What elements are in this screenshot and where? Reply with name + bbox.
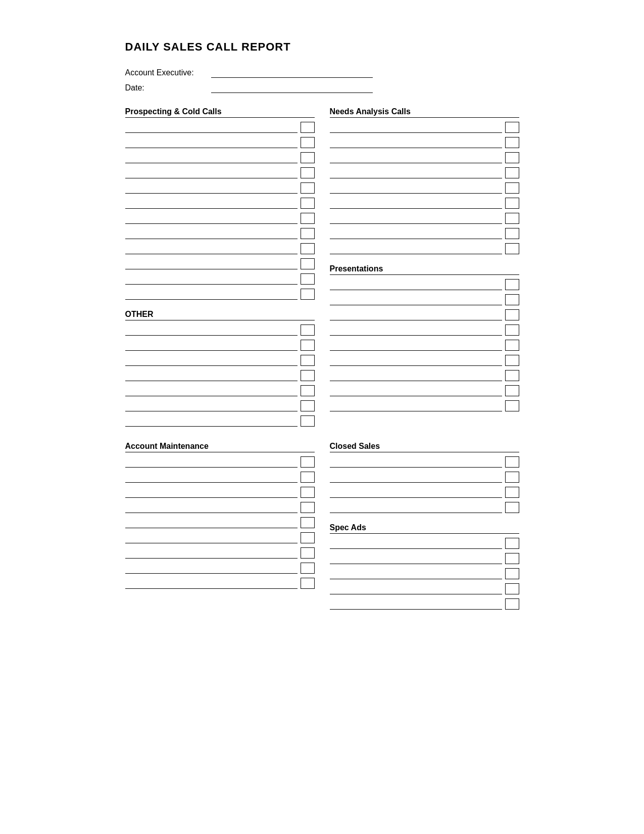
- entry-line[interactable]: [330, 400, 502, 411]
- entry-line[interactable]: [330, 167, 502, 178]
- entry-box[interactable]: [301, 456, 315, 468]
- entry-box[interactable]: [301, 563, 315, 574]
- entry-line[interactable]: [125, 289, 298, 300]
- entry-line[interactable]: [125, 167, 298, 178]
- entry-line[interactable]: [125, 273, 298, 285]
- entry-box[interactable]: [505, 385, 519, 396]
- entry-box[interactable]: [505, 228, 519, 239]
- entry-box[interactable]: [301, 415, 315, 427]
- entry-line[interactable]: [125, 532, 298, 543]
- entry-line[interactable]: [125, 487, 298, 498]
- entry-line[interactable]: [125, 578, 298, 589]
- entry-box[interactable]: [505, 279, 519, 290]
- entry-line[interactable]: [330, 243, 502, 254]
- entry-line[interactable]: [330, 182, 502, 194]
- entry-box[interactable]: [505, 553, 519, 564]
- entry-box[interactable]: [301, 152, 315, 163]
- entry-box[interactable]: [505, 325, 519, 336]
- entry-box[interactable]: [301, 400, 315, 411]
- entry-box[interactable]: [505, 137, 519, 148]
- entry-line[interactable]: [125, 400, 298, 411]
- entry-line[interactable]: [330, 279, 502, 290]
- entry-box[interactable]: [301, 355, 315, 366]
- entry-box[interactable]: [505, 243, 519, 254]
- entry-box[interactable]: [301, 325, 315, 336]
- entry-box[interactable]: [301, 289, 315, 300]
- entry-box[interactable]: [301, 517, 315, 528]
- entry-line[interactable]: [125, 472, 298, 483]
- entry-box[interactable]: [301, 198, 315, 209]
- entry-box[interactable]: [301, 578, 315, 589]
- entry-line[interactable]: [330, 355, 502, 366]
- entry-line[interactable]: [330, 198, 502, 209]
- entry-line[interactable]: [330, 598, 502, 610]
- entry-box[interactable]: [505, 538, 519, 549]
- entry-line[interactable]: [125, 547, 298, 559]
- entry-box[interactable]: [505, 198, 519, 209]
- entry-box[interactable]: [505, 487, 519, 498]
- entry-line[interactable]: [330, 553, 502, 564]
- entry-line[interactable]: [125, 258, 298, 269]
- entry-box[interactable]: [301, 370, 315, 381]
- entry-line[interactable]: [125, 228, 298, 239]
- entry-line[interactable]: [330, 340, 502, 351]
- entry-line[interactable]: [330, 538, 502, 549]
- entry-box[interactable]: [505, 568, 519, 579]
- entry-box[interactable]: [301, 258, 315, 269]
- entry-box[interactable]: [301, 487, 315, 498]
- entry-box[interactable]: [301, 182, 315, 194]
- entry-line[interactable]: [125, 137, 298, 148]
- entry-line[interactable]: [125, 517, 298, 528]
- entry-box[interactable]: [301, 532, 315, 543]
- entry-line[interactable]: [330, 137, 502, 148]
- entry-box[interactable]: [301, 137, 315, 148]
- entry-line[interactable]: [125, 502, 298, 513]
- entry-box[interactable]: [505, 294, 519, 305]
- entry-line[interactable]: [330, 568, 502, 579]
- entry-line[interactable]: [125, 415, 298, 427]
- entry-box[interactable]: [505, 309, 519, 320]
- entry-box[interactable]: [301, 167, 315, 178]
- entry-box[interactable]: [505, 472, 519, 483]
- entry-line[interactable]: [125, 152, 298, 163]
- entry-box[interactable]: [301, 547, 315, 559]
- entry-line[interactable]: [125, 563, 298, 574]
- entry-box[interactable]: [505, 213, 519, 224]
- entry-line[interactable]: [330, 472, 502, 483]
- entry-box[interactable]: [301, 273, 315, 285]
- entry-line[interactable]: [330, 502, 502, 513]
- entry-line[interactable]: [125, 243, 298, 254]
- entry-box[interactable]: [505, 182, 519, 194]
- entry-box[interactable]: [505, 152, 519, 163]
- entry-line[interactable]: [330, 456, 502, 468]
- entry-line[interactable]: [125, 198, 298, 209]
- account-executive-input[interactable]: [211, 68, 373, 78]
- entry-line[interactable]: [330, 309, 502, 320]
- entry-box[interactable]: [505, 167, 519, 178]
- entry-line[interactable]: [330, 122, 502, 133]
- entry-box[interactable]: [301, 385, 315, 396]
- entry-line[interactable]: [330, 213, 502, 224]
- entry-box[interactable]: [301, 213, 315, 224]
- entry-line[interactable]: [330, 294, 502, 305]
- entry-line[interactable]: [125, 370, 298, 381]
- entry-box[interactable]: [301, 472, 315, 483]
- entry-box[interactable]: [505, 598, 519, 610]
- entry-line[interactable]: [330, 152, 502, 163]
- entry-box[interactable]: [505, 583, 519, 594]
- entry-line[interactable]: [125, 355, 298, 366]
- entry-line[interactable]: [330, 325, 502, 336]
- entry-line[interactable]: [125, 182, 298, 194]
- entry-line[interactable]: [125, 385, 298, 396]
- entry-box[interactable]: [505, 122, 519, 133]
- entry-box[interactable]: [505, 355, 519, 366]
- entry-box[interactable]: [301, 228, 315, 239]
- entry-box[interactable]: [301, 502, 315, 513]
- entry-box[interactable]: [505, 456, 519, 468]
- date-input[interactable]: [211, 83, 373, 93]
- entry-box[interactable]: [505, 370, 519, 381]
- entry-line[interactable]: [330, 228, 502, 239]
- entry-box[interactable]: [505, 400, 519, 411]
- entry-line[interactable]: [125, 122, 298, 133]
- entry-box[interactable]: [301, 122, 315, 133]
